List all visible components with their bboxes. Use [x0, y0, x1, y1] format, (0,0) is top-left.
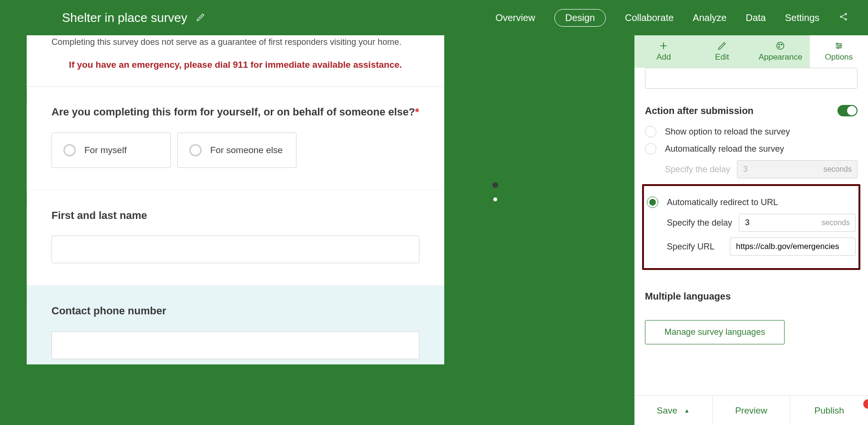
question-2-title: First and last name	[51, 208, 419, 223]
required-asterisk: *	[415, 106, 419, 118]
action-toggle[interactable]	[837, 105, 858, 116]
question-3[interactable]: 3 Contact phone number	[27, 286, 444, 364]
caret-up-icon: ▲	[684, 407, 690, 414]
side-panel: Add Edit Appearance Options Action after…	[634, 35, 868, 425]
radio-icon	[645, 126, 656, 137]
auto-reload-delay-input	[737, 160, 858, 178]
choice-label: For myself	[84, 145, 127, 155]
redirect-option-highlight: Automatically redirect to URL Specify th…	[642, 184, 860, 270]
save-button[interactable]: Save ▲	[634, 396, 712, 425]
nav-collaborate[interactable]: Collaborate	[625, 12, 674, 23]
intro-warning: If you have an emergency, please dial 91…	[51, 60, 419, 70]
canvas-drag-handles	[492, 182, 498, 201]
nav-analyze[interactable]: Analyze	[693, 12, 726, 23]
drag-handle[interactable]	[493, 197, 497, 201]
question-2[interactable]: 2 First and last name	[27, 190, 444, 286]
header-nav: Overview Design Collaborate Analyze Data…	[495, 9, 849, 27]
nav-data[interactable]: Data	[745, 12, 766, 23]
delay-label: Specify the delay	[665, 165, 730, 175]
form-canvas: Completing this survey does not serve as…	[27, 35, 444, 364]
app-header: Shelter in place survey Overview Design …	[0, 0, 868, 35]
choice-for-someone-else[interactable]: For someone else	[177, 133, 296, 168]
svg-point-4	[779, 44, 780, 45]
svg-point-5	[781, 44, 782, 45]
nav-design[interactable]: Design	[554, 9, 606, 27]
question-3-number: 3	[27, 290, 27, 301]
delay-label: Specify the delay	[667, 218, 732, 228]
auto-reload-delay-row: Specify the delay seconds	[665, 160, 858, 178]
opt-auto-redirect[interactable]: Automatically redirect to URL	[647, 197, 856, 208]
publish-button[interactable]: Publish	[790, 396, 868, 425]
opt-show-reload[interactable]: Show option to reload the survey	[645, 126, 858, 137]
intro-text: Completing this survey does not serve as…	[51, 37, 419, 47]
radio-icon	[63, 144, 76, 156]
panel-tab-options[interactable]: Options	[810, 35, 868, 68]
question-3-title: Contact phone number	[51, 304, 419, 318]
question-3-input[interactable]	[51, 332, 419, 359]
previous-setting-box[interactable]	[645, 68, 858, 89]
panel-tab-add[interactable]: Add	[634, 35, 693, 68]
redirect-delay-input[interactable]	[739, 214, 856, 232]
panel-body: Action after submission Show option to r…	[634, 68, 868, 395]
panel-tab-appearance[interactable]: Appearance	[751, 35, 810, 68]
choice-for-myself[interactable]: For myself	[51, 133, 171, 168]
drag-handle[interactable]	[492, 182, 498, 188]
action-after-submission-title: Action after submission	[645, 105, 858, 116]
manage-languages-button[interactable]: Manage survey languages	[645, 320, 785, 344]
radio-icon	[647, 197, 658, 208]
survey-title-wrap: Shelter in place survey	[62, 10, 205, 25]
svg-point-9	[837, 47, 838, 49]
radio-icon	[645, 143, 656, 155]
pencil-icon[interactable]	[196, 10, 205, 25]
form-intro: Completing this survey does not serve as…	[27, 35, 444, 87]
preview-button[interactable]: Preview	[712, 396, 790, 425]
nav-overview[interactable]: Overview	[495, 12, 535, 23]
redirect-delay-row: Specify the delay seconds	[667, 214, 856, 232]
question-1-title: Are you completing this form for yoursel…	[51, 105, 419, 119]
redirect-url-row: Specify URL	[667, 238, 856, 256]
panel-tabs: Add Edit Appearance Options	[634, 35, 868, 68]
question-2-number: 2	[27, 194, 27, 206]
radio-icon	[189, 144, 202, 156]
svg-point-6	[779, 46, 780, 47]
opt-auto-reload[interactable]: Automatically reload the survey	[645, 143, 858, 155]
multiple-languages-title: Multiple languages	[645, 291, 858, 302]
question-1[interactable]: 1 Are you completing this form for yours…	[27, 87, 444, 190]
svg-point-8	[839, 45, 841, 46]
question-1-number: 1	[27, 91, 27, 102]
panel-tab-edit[interactable]: Edit	[693, 35, 752, 68]
survey-title: Shelter in place survey	[62, 10, 187, 25]
svg-point-7	[837, 43, 838, 44]
share-icon[interactable]	[838, 11, 849, 24]
choice-label: For someone else	[210, 145, 283, 155]
nav-settings[interactable]: Settings	[785, 12, 819, 23]
url-label: Specify URL	[667, 242, 723, 252]
question-2-input[interactable]	[51, 236, 419, 263]
svg-point-3	[777, 42, 784, 50]
redirect-url-input[interactable]	[730, 238, 856, 256]
panel-footer: Save ▲ Preview Publish	[634, 395, 868, 425]
question-1-choices: For myself For someone else	[51, 133, 419, 168]
